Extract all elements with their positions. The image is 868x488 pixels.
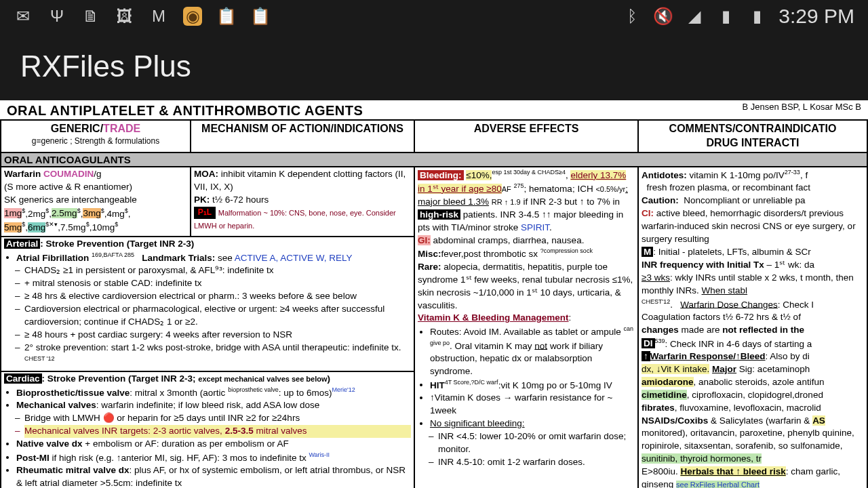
m-label: M [642, 247, 653, 257]
list-item: Routes: Avoid IM. Available as tablet or… [430, 325, 635, 378]
col-adverse: ADVERSE EFFECTS [414, 120, 638, 152]
notification-icons: ✉ Ψ 🗎 🖼 M ◉ 📋 📋 [14, 7, 270, 26]
android-status-bar: ✉ Ψ 🗎 🖼 M ◉ 📋 📋 ᛒ 🔇 ◢ ▮ ▮ 3:29 PM [0, 0, 868, 33]
document-content: ORAL ANTIPLATELET & ANTITHROMBOTIC AGENT… [0, 100, 868, 488]
arterial-cell: Arterial: Stroke Prevention (Target INR … [1, 237, 414, 371]
bleeding-label: Bleeding: [418, 170, 464, 180]
document-title: ORAL ANTIPLATELET & ANTITHROMBOTIC AGENT… [0, 100, 868, 119]
list-item: INR <4.5: lower 10-20% or omit warfarin … [438, 430, 635, 456]
di-label: DI [642, 338, 655, 348]
comments-cell: Antidotes: vitamin K 1-10mg po/IV27-33, … [638, 167, 867, 488]
list-item: Post-MI if high risk (e.g. ↑anterior MI,… [16, 451, 411, 464]
vitk-header: Vitamin K & Bleeding Management [418, 312, 569, 323]
cardiac-cell: Cardiac: Stroke Prevention (Target INR 2… [1, 371, 414, 488]
col-comments: COMMENTS/CONTRAINDICATIO DRUG INTERACTI [638, 120, 867, 152]
section-label: ORAL ANTICOAGULANTS [1, 152, 867, 167]
list-item: Atrial Fibrillation 169,BAFTA 285 Landma… [16, 251, 411, 264]
list-item: HIT4T Score,?D/C warf:vit K 10mg po or 5… [430, 378, 635, 392]
herbal-link[interactable]: see RxFiles Herbal Chart [676, 481, 760, 488]
antidotes-label: Antidotes: [642, 170, 687, 180]
list-item: Native valve dx + embolism or AF: durati… [16, 438, 411, 451]
clipboard1-icon[interactable]: 📋 [217, 7, 236, 26]
list-item: Cardioversion electrical or pharmacologi… [24, 303, 411, 329]
list-item: Mechanical valves: warfarin indefinite; … [16, 399, 411, 412]
warfarin-row: Warfarin COUMADIN/g (S more active & R e… [1, 167, 867, 237]
mute-icon: 🔇 [654, 7, 673, 26]
up-arrow-icon: ↑ [642, 351, 650, 361]
list-item: Bioprosthetic/tissue valve: mitral x 3mo… [16, 386, 411, 399]
gi-label: GI: [418, 235, 431, 245]
document-icon[interactable]: 🗎 [81, 7, 100, 26]
usb-icon[interactable]: Ψ [47, 7, 66, 26]
signal-icon: ▮ [716, 7, 735, 26]
battery-icon: ▮ [747, 7, 766, 26]
high-risk-label: high-risk [418, 209, 460, 220]
list-item: ≥ 48 hours + post cardiac surgery: 4 wee… [24, 329, 411, 342]
photo-icon[interactable]: 🖼 [115, 7, 134, 26]
list-item: 2° stroke prevention: start 1-2 wks post… [24, 342, 411, 368]
col-generic-trade: GENERIC/TRADE g=generic ; Strength & for… [1, 120, 191, 152]
section-oral-anticoagulants: ORAL ANTICOAGULANTS [1, 152, 867, 167]
list-item: No significant bleeding: [430, 418, 635, 430]
col-mechanism: MECHANISM OF ACTION/INDICATIONS [191, 120, 414, 152]
table-header-row: GENERIC/TRADE g=generic ; Strength & for… [1, 120, 867, 152]
list-item: Rheumatic mitral valve dx: plus AF, or h… [16, 464, 411, 488]
status-right: ᛒ 🔇 ◢ ▮ ▮ 3:29 PM [623, 5, 854, 28]
caution-label: Caution: [642, 195, 679, 205]
list-item: CHADS₂ ≥1 in persistent or paroxysmal, &… [24, 264, 411, 277]
clipboard2-icon[interactable]: 📋 [251, 7, 270, 26]
moa-cell: MOA: inhibit vitamin K dependent clottin… [191, 167, 414, 237]
rare-label: Rare: [418, 262, 441, 272]
pregnancy-icon: P₁L [194, 207, 216, 219]
wifi-icon: ◢ [685, 7, 704, 26]
document-viewer[interactable]: ORAL ANTIPLATELET & ANTITHROMBOTIC AGENT… [0, 100, 868, 488]
cardiac-label: Cardiac [4, 373, 42, 384]
list-item: ≥ 48 hrs & elective cardioversion electr… [24, 290, 411, 303]
list-item: Bridge with LMWH 🔴 or heparin for ≥5 day… [24, 412, 411, 425]
arterial-label: Arterial [4, 239, 40, 249]
app-title: RXFiles Plus [0, 33, 868, 100]
adverse-cell: Bleeding: ≤10%,esp 1st 30day & CHADS≥4, … [414, 167, 638, 488]
list-item: INR 4.5-10: omit 1-2 warfarin doses. [438, 456, 635, 469]
document-author: B Jensen BSP, L Kosar MSc B [742, 102, 861, 113]
gmail-icon[interactable]: M [149, 7, 168, 26]
list-item: + mitral stenosis or stable CAD: indefin… [24, 277, 411, 290]
col1-sublabel: g=generic ; Strength & formulations [3, 136, 189, 147]
generic-trade-cell: Warfarin COUMADIN/g (S more active & R e… [1, 167, 191, 237]
list-item: Mechanical valves INR targets: 2-3 aorti… [24, 425, 411, 438]
misc-label: Misc: [418, 249, 441, 259]
mail-icon[interactable]: ✉ [14, 7, 33, 26]
app-badge-icon[interactable]: ◉ [183, 7, 202, 26]
list-item: ↑Vitamin K doses → warfarin resistance f… [430, 392, 635, 418]
bluetooth-icon: ᛒ [623, 7, 642, 26]
clock: 3:29 PM [778, 5, 854, 28]
drug-table: GENERIC/TRADE g=generic ; Strength & for… [0, 119, 868, 488]
ci-label: CI: [642, 208, 654, 218]
